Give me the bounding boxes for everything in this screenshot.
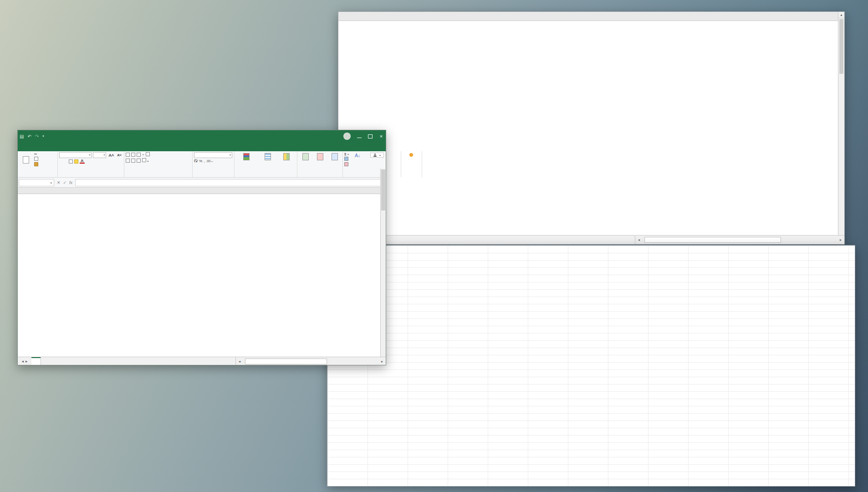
insert-cells-button[interactable] [299,152,312,161]
font-color-icon[interactable]: A [80,159,85,164]
wrap-text-button[interactable] [146,152,150,157]
scrollbar-thumb[interactable] [644,237,781,243]
spreadsheet-grid[interactable] [18,194,386,364]
font-size-select[interactable]: ▾ [93,152,106,158]
column-letter-strip[interactable] [18,188,386,194]
horizontal-scrollbar[interactable]: ◂▸ [235,357,386,365]
insert-function-icon[interactable]: fx [69,180,72,185]
merge-center-button[interactable]: ▾ [142,158,148,163]
name-box[interactable]: ▾ [19,179,54,186]
formula-input[interactable] [75,179,386,186]
sheet-tab-bar[interactable]: ◂▸ ◂ ▸ [338,235,844,244]
column-letter-strip[interactable] [338,12,838,21]
increase-decimal-icon[interactable]: .00↔ [206,159,214,163]
align-left-icon[interactable] [126,159,130,163]
conditional-formatting-icon [243,153,250,160]
align-top-icon[interactable] [126,153,130,157]
cancel-entry-icon[interactable]: ✕ [57,180,61,185]
scroll-left-icon[interactable]: ◂ [635,236,643,244]
format-icon [332,153,338,160]
scrollbar-thumb[interactable] [381,169,385,210]
vertical-scrollbar[interactable] [380,169,386,357]
borders-icon[interactable] [69,159,73,164]
percent-style-button[interactable]: % [199,159,202,163]
close-button[interactable]: × [378,134,384,138]
excel-window-dashboard[interactable] [327,245,855,487]
scroll-right-icon[interactable]: ▸ [837,236,844,244]
group-label [59,177,123,177]
clear-button[interactable] [344,162,349,167]
excel-window-sale-report-csv[interactable]: ▤ ↶ ↷ ▾ × ✂ [17,130,386,365]
add-sheet-icon[interactable] [41,357,50,365]
wrap-text-icon [146,152,150,156]
horizontal-scrollbar[interactable]: ◂ ▸ [635,236,844,244]
format-cells-button[interactable] [328,152,341,161]
person-icon [373,154,377,157]
comma-style-button[interactable]: , [204,159,204,163]
delete-icon [317,153,323,160]
format-as-table-button[interactable] [258,152,277,161]
group-label [19,177,56,177]
conditional-formatting-button[interactable] [236,152,257,161]
number-group: ▾ 🗘 % , .00↔ [193,151,235,177]
align-middle-icon[interactable] [131,153,135,157]
avatar[interactable] [343,133,351,140]
cells-group [297,151,343,177]
vertical-scrollbar[interactable]: ▲ [838,12,844,235]
align-bottom-icon[interactable] [137,153,141,157]
sort-filter-icon: A↓ [355,153,360,158]
shrink-font-button[interactable]: A˅ [116,153,123,157]
merge-center-icon [142,158,146,162]
group-label [299,177,341,177]
cell-styles-icon [283,153,290,160]
clipboard-group: ✂ [18,151,58,177]
format-painter-icon [34,162,38,166]
clear-icon [344,162,348,166]
undo-icon[interactable]: ↶ [27,134,31,139]
ribbon: ✂ ▾ ▾ A˄ A˅ A [18,151,386,178]
share-button[interactable]: ▾ [370,153,384,158]
delete-cells-button[interactable] [313,152,327,161]
cut-button[interactable]: ✂ [34,152,38,156]
fill-button[interactable] [344,157,349,162]
group-label [194,177,233,177]
save-icon[interactable]: ▤ [20,134,24,139]
grow-font-button[interactable]: A˄ [107,153,115,158]
group-label [344,177,399,177]
number-format-select[interactable]: ▾ [194,152,232,158]
addins-icon [409,153,413,157]
styles-group [235,151,297,177]
accounting-format-icon[interactable]: 🗘 [194,159,198,163]
format-as-table-icon [265,153,271,160]
tab-nav-arrows-icon[interactable]: ◂▸ [18,357,31,365]
scroll-up-icon[interactable]: ▲ [838,12,844,18]
quick-access-toolbar[interactable]: ▤ ↶ ↷ ▾ [20,134,44,139]
cut-icon: ✂ [34,152,38,156]
redo-icon[interactable]: ↷ [35,134,39,139]
excel-window-sale-report-table[interactable]: ▲ ◂▸ ◂ ▸ [338,11,845,245]
title-bar[interactable]: ▤ ↶ ↷ ▾ × [18,130,386,142]
group-label [126,177,191,177]
fill-icon [344,157,348,161]
sheet-tab-bar[interactable]: ◂▸ ◂▸ [18,357,386,365]
font-name-select[interactable]: ▾ [59,152,92,158]
orientation-icon[interactable]: ⌁ [142,153,144,157]
cell-styles-button[interactable] [279,152,294,161]
ribbon-tab-bar[interactable] [18,142,386,151]
scrollbar-thumb[interactable] [839,19,843,74]
paste-button[interactable] [19,155,33,164]
fill-color-icon[interactable] [74,159,78,164]
align-right-icon[interactable] [137,159,141,163]
addins-button[interactable] [403,152,420,157]
confirm-entry-icon[interactable]: ✓ [63,180,67,185]
sheet-tab-amazon-sale-report[interactable] [31,357,41,365]
copy-button[interactable] [34,157,38,162]
customize-qat-icon[interactable]: ▾ [42,134,44,138]
format-painter-button[interactable] [34,162,38,167]
autosum-button[interactable]: Σ ▾ [344,152,349,156]
align-center-icon[interactable] [131,159,135,163]
sort-filter-button[interactable]: A↓ [350,152,365,159]
minimize-button[interactable] [357,134,362,138]
spreadsheet-grid[interactable] [338,21,838,235]
restore-button[interactable] [368,134,373,138]
